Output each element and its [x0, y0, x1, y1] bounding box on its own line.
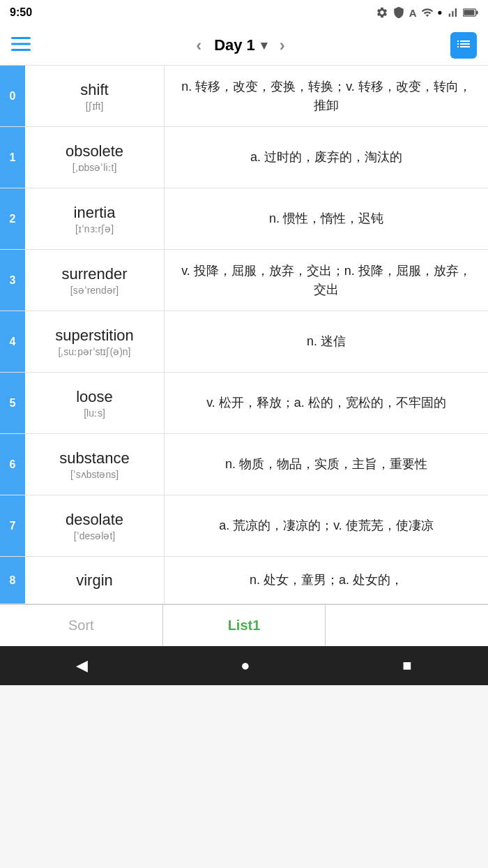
svg-rect-1 [476, 10, 478, 14]
word-index: 3 [0, 250, 25, 310]
word-phonetic: [ˈdesələt] [74, 530, 115, 541]
word-index: 8 [0, 557, 25, 604]
word-text: virgin [76, 571, 113, 590]
dot-icon: • [438, 6, 442, 20]
definition-cell: a. 过时的，废弃的，淘汰的 [165, 127, 488, 188]
recent-button[interactable]: ■ [402, 657, 411, 675]
status-bar: 9:50 A • [0, 0, 488, 25]
word-row[interactable]: 8virginn. 处女，童男；a. 处女的， [0, 557, 488, 604]
svg-rect-5 [11, 49, 31, 51]
word-index: 2 [0, 188, 25, 249]
grid-view-button[interactable] [450, 32, 477, 59]
word-phonetic: [səˈrendər] [70, 285, 119, 296]
definition-cell: n. 处女，童男；a. 处女的， [165, 557, 488, 604]
word-cell: superstition[ˌsuːpərˈstɪʃ(ə)n] [25, 311, 165, 372]
word-phonetic: [luːs] [84, 407, 105, 419]
word-cell: shift[ʃɪft] [25, 66, 165, 126]
word-row[interactable]: 0shift[ʃɪft]n. 转移，改变，变换，转换；v. 转移，改变，转向，推… [0, 66, 488, 127]
word-phonetic: [ˈsʌbstəns] [70, 469, 119, 480]
settings-icon [376, 6, 388, 19]
definition-cell: v. 投降，屈服，放弃，交出；n. 投降，屈服，放弃，交出 [165, 250, 488, 310]
word-row[interactable]: 6substance[ˈsʌbstəns]n. 物质，物品，实质，主旨，重要性 [0, 434, 488, 495]
word-list: 0shift[ʃɪft]n. 转移，改变，变换，转换；v. 转移，改变，转向，推… [0, 66, 488, 604]
word-phonetic: [ʃɪft] [86, 100, 104, 112]
word-text: substance [59, 449, 129, 467]
definition-cell: n. 惯性，惰性，迟钝 [165, 188, 488, 249]
shield-icon [392, 6, 405, 19]
word-text: surrender [61, 265, 127, 283]
word-text: obsolete [66, 142, 123, 160]
word-row[interactable]: 5loose[luːs]v. 松开，释放；a. 松的，宽松的，不牢固的 [0, 373, 488, 434]
word-phonetic: [ˌɒbsəˈliːt] [73, 162, 117, 173]
definition-cell: a. 荒凉的，凄凉的；v. 使荒芜，使凄凉 [165, 495, 488, 556]
dropdown-icon[interactable]: ▾ [261, 38, 267, 53]
word-row[interactable]: 3surrender[səˈrendər]v. 投降，屈服，放弃，交出；n. 投… [0, 250, 488, 311]
word-phonetic: [ɪˈnɜːrʃə] [75, 223, 114, 234]
word-index: 7 [0, 495, 25, 556]
back-button[interactable]: ◀ [76, 657, 88, 675]
word-index: 0 [0, 66, 25, 126]
word-text: inertia [74, 204, 116, 222]
battery-icon [463, 8, 478, 17]
signal-icon [446, 6, 459, 19]
word-phonetic: [ˌsuːpərˈstɪʃ(ə)n] [58, 346, 130, 357]
prev-day-button[interactable]: ‹ [189, 33, 208, 58]
word-index: 6 [0, 434, 25, 495]
word-row[interactable]: 1obsolete[ˌɒbsəˈliːt]a. 过时的，废弃的，淘汰的 [0, 127, 488, 188]
list1-tab-label: List1 [228, 618, 261, 634]
svg-rect-3 [11, 37, 31, 39]
definition-cell: n. 迷信 [165, 311, 488, 372]
word-row[interactable]: 4superstition[ˌsuːpərˈstɪʃ(ə)n]n. 迷信 [0, 311, 488, 373]
definition-cell: n. 物质，物品，实质，主旨，重要性 [165, 434, 488, 495]
more-tab[interactable] [325, 605, 488, 646]
sort-tab[interactable]: Sort [0, 605, 163, 646]
word-cell: virgin [25, 557, 165, 604]
word-cell: obsolete[ˌɒbsəˈliːt] [25, 127, 165, 188]
status-time: 9:50 [10, 6, 32, 19]
list1-tab[interactable]: List1 [163, 605, 326, 646]
word-index: 1 [0, 127, 25, 188]
word-text: desolate [66, 511, 123, 529]
sort-tab-label: Sort [68, 618, 94, 634]
nav-bar: ◀ ● ■ [0, 646, 488, 685]
svg-rect-4 [11, 43, 31, 45]
word-text: shift [80, 81, 108, 99]
word-cell: inertia[ɪˈnɜːrʃə] [25, 188, 165, 249]
word-text: loose [76, 388, 113, 406]
home-button[interactable]: ● [241, 657, 250, 675]
day-title[interactable]: Day 1 [214, 36, 255, 54]
next-day-button[interactable]: › [273, 33, 292, 58]
word-index: 5 [0, 373, 25, 433]
word-index: 4 [0, 311, 25, 372]
definition-cell: n. 转移，改变，变换，转换；v. 转移，改变，转向，推卸 [165, 66, 488, 126]
hamburger-button[interactable] [11, 34, 31, 56]
word-row[interactable]: 2inertia[ɪˈnɜːrʃə]n. 惯性，惰性，迟钝 [0, 188, 488, 250]
toolbar: ‹ Day 1 ▾ › [0, 25, 488, 66]
word-cell: loose[luːs] [25, 373, 165, 433]
accessibility-icon: A [409, 7, 417, 19]
definition-cell: v. 松开，释放；a. 松的，宽松的，不牢固的 [165, 373, 488, 433]
day-navigation: ‹ Day 1 ▾ › [189, 33, 292, 58]
bottom-tabs: Sort List1 [0, 604, 488, 646]
word-cell: surrender[səˈrendər] [25, 250, 165, 310]
word-text: superstition [55, 327, 134, 345]
word-row[interactable]: 7desolate[ˈdesələt]a. 荒凉的，凄凉的；v. 使荒芜，使凄凉 [0, 495, 488, 557]
wifi-icon [421, 6, 434, 19]
word-cell: substance[ˈsʌbstəns] [25, 434, 165, 495]
svg-rect-2 [464, 10, 474, 15]
word-cell: desolate[ˈdesələt] [25, 495, 165, 556]
